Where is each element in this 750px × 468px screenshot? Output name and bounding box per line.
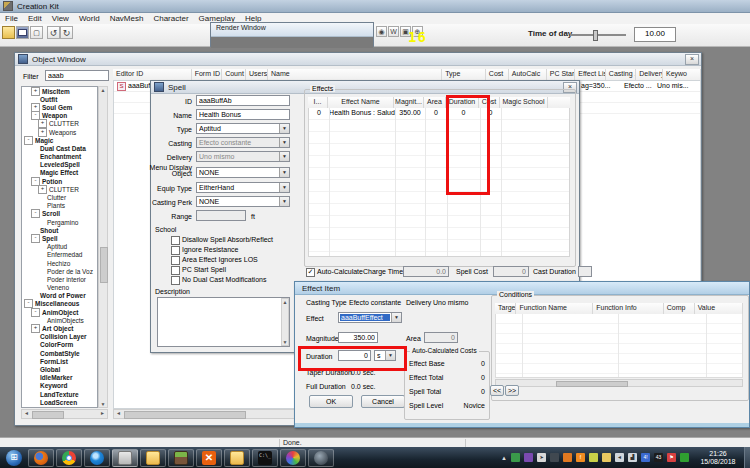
taskbar-explorer-folder[interactable] <box>140 449 166 467</box>
redo-icon[interactable]: ↻ <box>60 26 73 39</box>
tree-item[interactable]: Collision Layer <box>22 333 97 341</box>
tree-item[interactable]: Keyword <box>22 382 97 390</box>
conditions-column-3[interactable]: Comp <box>664 303 695 314</box>
time-of-day-slider[interactable] <box>570 34 626 36</box>
effects-column-6[interactable]: Magic School <box>500 97 548 108</box>
tree-expander-icon[interactable]: + <box>38 185 47 194</box>
tray-window-app[interactable] <box>589 453 598 462</box>
menu-file[interactable]: File <box>0 14 23 23</box>
tree-item[interactable]: +Weapons <box>22 128 97 136</box>
tree-expander-icon[interactable]: + <box>38 128 47 137</box>
effect-dropdown[interactable]: aaaBuffEffect▼ <box>338 312 402 323</box>
tree-item[interactable]: -Spell <box>22 234 97 242</box>
column-header-5[interactable]: Type <box>442 69 486 80</box>
taskbar-console[interactable]: C:\_ <box>252 449 278 467</box>
effects-column-3[interactable]: Area <box>424 97 446 108</box>
tree-item[interactable]: Word of Power <box>22 292 97 300</box>
type-dropdown[interactable]: Aptitud▼ <box>196 123 290 134</box>
taskbar-clock[interactable]: 21:26 15/08/2018 <box>694 450 742 466</box>
tree-item[interactable]: Enchantment <box>22 153 97 161</box>
menu-view[interactable]: View <box>47 14 74 23</box>
tree-expander-icon[interactable]: - <box>24 136 33 145</box>
taskbar-orange-x-app[interactable]: ✕ <box>196 449 222 467</box>
tree-item[interactable]: +CLUTTER <box>22 185 97 193</box>
school-checkbox-4[interactable] <box>171 276 180 285</box>
tree-vscrollbar[interactable]: ▲ ▼ <box>98 86 108 408</box>
filter-input[interactable] <box>45 70 109 81</box>
taskbar-creation-kit[interactable] <box>112 449 138 467</box>
tree-item[interactable]: Enfermedad <box>22 251 97 259</box>
undo-icon[interactable]: ↺ <box>47 26 60 39</box>
tree-item[interactable]: -Magic <box>22 136 97 144</box>
effects-column-2[interactable]: Magnit... <box>394 97 424 108</box>
tree-item[interactable]: LeveledSpell <box>22 161 97 169</box>
conditions-next-button[interactable]: >> <box>505 385 519 396</box>
tree-item[interactable]: Dual Cast Data <box>22 144 97 152</box>
tree-item[interactable]: -Weapon <box>22 112 97 120</box>
column-header-0[interactable]: Editor ID <box>113 69 192 80</box>
tree-item[interactable]: Hechizo <box>22 259 97 267</box>
column-header-6[interactable]: Cost <box>486 69 509 80</box>
world-w-icon[interactable]: W <box>388 26 399 37</box>
object-window-close-icon[interactable]: × <box>685 54 699 65</box>
tree-item[interactable]: Aptitud <box>22 243 97 251</box>
column-header-2[interactable]: Count <box>222 69 246 80</box>
column-header-9[interactable]: Effect List <box>575 69 605 80</box>
school-checkbox-2[interactable] <box>171 256 180 265</box>
preferences-window-icon[interactable]: ▢ <box>30 26 43 39</box>
tree-item[interactable]: -Scroll <box>22 210 97 218</box>
tree-item[interactable]: Global <box>22 365 97 373</box>
time-of-day-slider-handle[interactable] <box>593 30 598 41</box>
taskbar-firefox[interactable] <box>28 449 54 467</box>
column-header-11[interactable]: Delivery <box>636 69 663 80</box>
tree-item[interactable]: -AnimObject <box>22 308 97 316</box>
tree-item[interactable]: +Art Object <box>22 324 97 332</box>
taskbar-gray-app[interactable] <box>308 449 334 467</box>
tray-cursor-app[interactable]: ➤ <box>537 453 546 462</box>
school-checkbox-0[interactable] <box>171 236 180 245</box>
tray-folder[interactable] <box>602 453 611 462</box>
show-desktop-button[interactable] <box>744 447 750 468</box>
effects-column-0[interactable]: I... <box>308 97 328 108</box>
tree-item[interactable]: +MiscItem <box>22 87 97 95</box>
tree-item[interactable]: Pergamino <box>22 218 97 226</box>
menu-world[interactable]: World <box>74 14 105 23</box>
id-input[interactable] <box>196 95 290 106</box>
ok-button[interactable]: OK <box>309 395 353 408</box>
render-window-title[interactable]: Render Window <box>211 23 373 37</box>
tray-speaker-icon[interactable]: ◄ <box>615 453 624 462</box>
taskbar-colorful-app[interactable] <box>280 449 306 467</box>
tray-green-app[interactable] <box>511 453 520 462</box>
taskbar-blue-app[interactable] <box>84 449 110 467</box>
tree-item[interactable]: LoadScreen <box>22 398 97 406</box>
tray-black-badge[interactable]: 43 <box>654 453 663 462</box>
menu-edit[interactable]: Edit <box>23 14 47 23</box>
tray-orange-app[interactable] <box>563 453 572 462</box>
column-header-8[interactable]: PC Start <box>547 69 576 80</box>
menu-display-object-dropdown[interactable]: NONE▼ <box>196 167 290 178</box>
column-header-12[interactable]: Keywo <box>663 69 701 80</box>
tray-network-icon[interactable]: ▟ <box>628 453 637 462</box>
object-window-titlebar[interactable]: Object Window × <box>15 53 701 66</box>
tree-hscrollbar[interactable]: ◄ ► <box>21 409 108 419</box>
tree-expander-icon[interactable]: + <box>31 324 40 333</box>
tree-item[interactable]: +CLUTTER <box>22 120 97 128</box>
taskbar-minecraft[interactable] <box>168 449 194 467</box>
tray-green-square[interactable] <box>680 453 689 462</box>
tree-item[interactable]: Clutter <box>22 193 97 201</box>
taskbar-folder-2[interactable] <box>224 449 250 467</box>
tray-flame-app[interactable]: f <box>576 453 585 462</box>
time-of-day-value[interactable]: 10.00 <box>634 27 676 42</box>
conditions-column-0[interactable]: Target <box>495 303 516 314</box>
tree-item[interactable]: Poder interior <box>22 275 97 283</box>
conditions-column-1[interactable]: Function Name <box>516 303 593 314</box>
save-icon[interactable] <box>16 26 29 39</box>
tree-item[interactable]: -Potion <box>22 177 97 185</box>
tree-item[interactable]: LandTexture <box>22 390 97 398</box>
tree-item[interactable]: Poder de la Voz <box>22 267 97 275</box>
start-button[interactable]: ⊞ <box>2 449 26 467</box>
conditions-column-4[interactable]: Value <box>695 303 743 314</box>
magnitude-input[interactable] <box>338 332 378 343</box>
casting-perk-dropdown[interactable]: NONE▼ <box>196 196 290 207</box>
tray-blue-badge[interactable]: 4! <box>641 453 650 462</box>
